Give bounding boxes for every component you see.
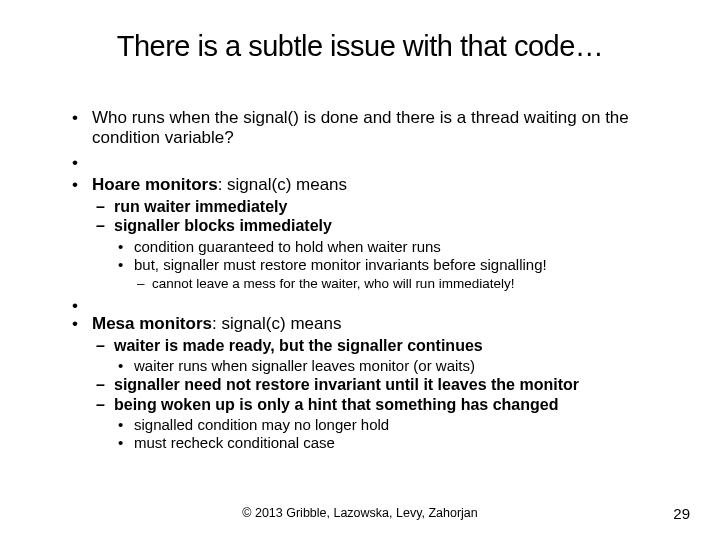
- spacer: [70, 296, 670, 310]
- bullet-mesa: Mesa monitors: signal(c) means waiter is…: [70, 314, 670, 452]
- slide: There is a subtle issue with that code… …: [0, 0, 720, 540]
- hoare-sub-2-text: signaller blocks immediately: [114, 217, 332, 234]
- mesa-sub-1a: waiter runs when signaller leaves monito…: [114, 357, 670, 375]
- spacer: [70, 153, 670, 171]
- page-number: 29: [673, 505, 690, 522]
- hoare-sub-2b-text: but, signaller must restore monitor inva…: [134, 256, 547, 273]
- slide-body: Who runs when the signal() is done and t…: [70, 108, 670, 456]
- mesa-sub-3b: must recheck conditional case: [114, 434, 670, 452]
- mesa-sub-3a: signalled condition may no longer hold: [114, 416, 670, 434]
- mesa-rest: : signal(c) means: [212, 314, 341, 333]
- copyright-footer: © 2013 Gribble, Lazowska, Levy, Zahorjan: [0, 506, 720, 520]
- mesa-label: Mesa monitors: [92, 314, 212, 333]
- hoare-rest: : signal(c) means: [218, 175, 347, 194]
- hoare-label: Hoare monitors: [92, 175, 218, 194]
- hoare-sub-1: run waiter immediately: [92, 197, 670, 216]
- bullet-hoare: Hoare monitors: signal(c) means run wait…: [70, 175, 670, 292]
- mesa-sub-3-text: being woken up is only a hint that somet…: [114, 396, 558, 413]
- hoare-sub-2: signaller blocks immediately condition g…: [92, 216, 670, 291]
- mesa-sub-1: waiter is made ready, but the signaller …: [92, 336, 670, 375]
- hoare-sub-2b-i: cannot leave a mess for the waiter, who …: [134, 276, 670, 292]
- mesa-sub-3: being woken up is only a hint that somet…: [92, 395, 670, 452]
- mesa-sub-2: signaller need not restore invariant unt…: [92, 375, 670, 394]
- hoare-sub-2b: but, signaller must restore monitor inva…: [114, 256, 670, 292]
- mesa-sub-1-text: waiter is made ready, but the signaller …: [114, 337, 483, 354]
- bullet-intro-text: Who runs when the signal() is done and t…: [92, 108, 629, 147]
- slide-title: There is a subtle issue with that code…: [0, 30, 720, 63]
- hoare-sub-2a: condition guaranteed to hold when waiter…: [114, 238, 670, 256]
- bullet-intro: Who runs when the signal() is done and t…: [70, 108, 670, 149]
